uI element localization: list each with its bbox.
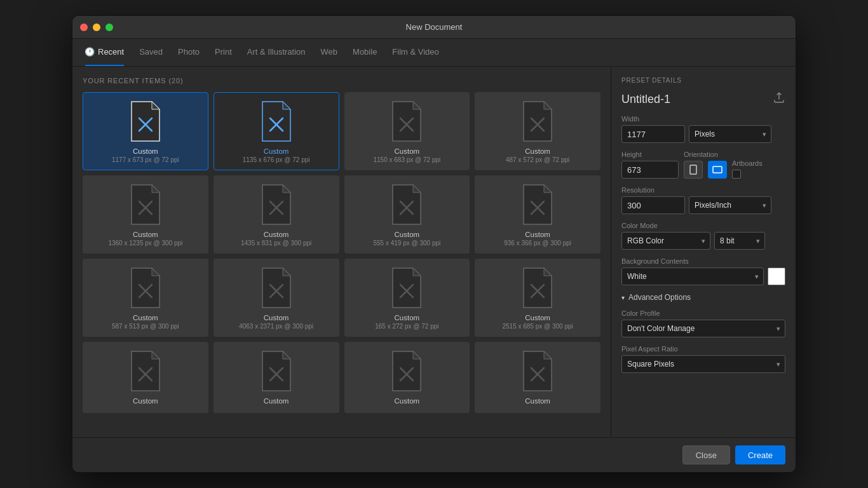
item-card[interactable]: Custom bbox=[83, 342, 208, 413]
file-icon bbox=[259, 267, 294, 309]
preset-label: PRESET DETAILS bbox=[621, 77, 785, 84]
tab-film[interactable]: Film & Video bbox=[392, 39, 438, 66]
item-dims: 1435 x 831 px @ 300 ppi bbox=[241, 240, 311, 247]
file-icon bbox=[259, 184, 294, 226]
file-icon bbox=[520, 184, 555, 226]
bottom-buttons: Close Create bbox=[72, 437, 796, 472]
preset-name: Untitled-1 bbox=[621, 93, 670, 106]
item-card[interactable]: Custom4063 x 2371 px @ 300 ppi bbox=[214, 259, 339, 337]
right-panel: PRESET DETAILS Untitled-1 Width Pixels bbox=[611, 67, 796, 437]
item-card[interactable]: Custom555 x 419 px @ 300 ppi bbox=[344, 175, 470, 254]
color-mode-field: Color Mode RGB Color CMYK Color Grayscal… bbox=[621, 222, 785, 250]
height-field: Height bbox=[621, 151, 679, 179]
artboards-field: Artboards bbox=[732, 159, 763, 179]
svg-rect-33 bbox=[713, 166, 722, 173]
color-profile-select[interactable]: Don't Color Manage sRGB IEC61966-2.1 Ado… bbox=[621, 320, 785, 337]
file-icon bbox=[520, 350, 555, 392]
artboards-label: Artboards bbox=[732, 159, 763, 167]
item-card[interactable]: Custom bbox=[475, 342, 600, 413]
item-card[interactable]: Custom165 x 272 px @ 72 ppi bbox=[344, 259, 470, 337]
item-card[interactable]: Custom bbox=[344, 342, 470, 413]
item-card[interactable]: Custom1435 x 831 px @ 300 ppi bbox=[214, 175, 339, 254]
item-name: Custom bbox=[133, 231, 158, 238]
bg-contents-select[interactable]: White Black Background Color Transparent… bbox=[621, 268, 764, 285]
tab-recent[interactable]: 🕐 Recent bbox=[85, 39, 124, 66]
landscape-button[interactable] bbox=[708, 161, 727, 179]
tab-mobile[interactable]: Mobile bbox=[353, 39, 377, 66]
item-dims: 2515 x 685 px @ 300 ppi bbox=[502, 323, 573, 330]
file-icon bbox=[520, 100, 555, 142]
file-icon bbox=[128, 100, 163, 142]
bg-color-swatch[interactable] bbox=[768, 268, 785, 285]
item-card[interactable]: Custom1135 x 676 px @ 72 ppi bbox=[214, 92, 339, 170]
create-button[interactable]: Create bbox=[735, 445, 785, 464]
item-dims: 587 x 513 px @ 300 ppi bbox=[112, 323, 179, 330]
width-unit-select[interactable]: Pixels Inches Centimeters Millimeters bbox=[689, 125, 771, 143]
file-icon bbox=[520, 267, 555, 309]
file-icon bbox=[128, 350, 163, 392]
file-icon bbox=[389, 184, 424, 226]
resolution-unit-select[interactable]: Pixels/Inch Pixels/Centimeter bbox=[689, 196, 771, 214]
tab-saved[interactable]: Saved bbox=[139, 39, 163, 66]
item-name: Custom bbox=[525, 147, 550, 155]
color-mode-select[interactable]: RGB Color CMYK Color Grayscale Lab Color bbox=[621, 232, 710, 250]
file-icon bbox=[128, 267, 163, 309]
width-unit-wrapper: Pixels Inches Centimeters Millimeters bbox=[689, 125, 771, 143]
tab-web[interactable]: Web bbox=[321, 39, 338, 66]
traffic-lights bbox=[80, 24, 113, 31]
item-card[interactable]: Custom1177 x 673 px @ 72 ppi bbox=[83, 92, 208, 170]
item-name: Custom bbox=[264, 231, 289, 238]
pixel-aspect-select[interactable]: Square Pixels D1/DV NTSC (0.91) D1/DV PA… bbox=[621, 355, 785, 373]
file-icon bbox=[259, 100, 294, 142]
resolution-input[interactable] bbox=[621, 196, 685, 214]
tab-photo[interactable]: Photo bbox=[178, 39, 200, 66]
width-input-row: Pixels Inches Centimeters Millimeters bbox=[621, 125, 785, 143]
section-title: YOUR RECENT ITEMS (20) bbox=[83, 77, 600, 85]
width-field: Width Pixels Inches Centimeters Millimet… bbox=[621, 115, 785, 143]
artboards-checkbox[interactable] bbox=[732, 170, 741, 179]
item-name: Custom bbox=[395, 314, 420, 322]
resolution-input-row: Pixels/Inch Pixels/Centimeter bbox=[621, 196, 785, 214]
item-card[interactable]: Custom587 x 513 px @ 300 ppi bbox=[83, 259, 208, 337]
bit-depth-select[interactable]: 8 bit 16 bit 32 bit bbox=[714, 232, 765, 250]
width-input[interactable] bbox=[621, 125, 685, 143]
bg-contents-field: Background Contents White Black Backgrou… bbox=[621, 257, 785, 285]
minimize-traffic-light[interactable] bbox=[93, 24, 100, 31]
item-card[interactable]: Custom bbox=[214, 342, 339, 413]
item-card[interactable]: Custom2515 x 685 px @ 300 ppi bbox=[475, 259, 600, 337]
advanced-chevron-icon: ▾ bbox=[621, 294, 625, 301]
item-card[interactable]: Custom1360 x 1235 px @ 300 ppi bbox=[83, 175, 208, 254]
height-input[interactable] bbox=[621, 161, 679, 179]
item-name: Custom bbox=[395, 147, 420, 155]
resolution-unit-wrapper: Pixels/Inch Pixels/Centimeter bbox=[689, 196, 771, 214]
item-dims: 1150 x 683 px @ 72 ppi bbox=[373, 156, 440, 163]
item-name: Custom bbox=[133, 397, 158, 405]
item-dims: 1135 x 676 px @ 72 ppi bbox=[243, 156, 310, 163]
preset-header: Untitled-1 bbox=[621, 92, 785, 107]
maximize-traffic-light[interactable] bbox=[105, 24, 113, 31]
item-card[interactable]: Custom936 x 366 px @ 300 ppi bbox=[475, 175, 600, 254]
orientation-field: Orientation bbox=[684, 151, 727, 179]
item-card[interactable]: Custom1150 x 683 px @ 72 ppi bbox=[344, 92, 470, 170]
item-name: Custom bbox=[133, 314, 158, 322]
tab-art[interactable]: Art & Illustration bbox=[247, 39, 306, 66]
item-name: Custom bbox=[525, 231, 550, 238]
item-dims: 1177 x 673 px @ 72 ppi bbox=[112, 156, 179, 163]
portrait-button[interactable] bbox=[684, 161, 703, 179]
item-dims: 4063 x 2371 px @ 300 ppi bbox=[239, 323, 313, 330]
width-label: Width bbox=[621, 115, 785, 123]
close-button[interactable]: Close bbox=[682, 445, 730, 464]
bg-contents-label: Background Contents bbox=[621, 257, 785, 265]
tab-print[interactable]: Print bbox=[215, 39, 232, 66]
close-traffic-light[interactable] bbox=[80, 24, 88, 31]
item-dims: 936 x 366 px @ 300 ppi bbox=[504, 240, 571, 247]
advanced-options-toggle[interactable]: ▾ Advanced Options bbox=[621, 293, 785, 302]
orientation-buttons bbox=[684, 161, 727, 179]
item-card[interactable]: Custom487 x 572 px @ 72 ppi bbox=[475, 92, 600, 170]
tab-bar: 🕐 Recent Saved Photo Print Art & Illustr… bbox=[72, 39, 796, 67]
height-label: Height bbox=[621, 151, 679, 158]
artboards-checkbox-row bbox=[732, 170, 763, 179]
main-content: YOUR RECENT ITEMS (20) Custom1177 x 673 … bbox=[72, 67, 796, 437]
item-name: Custom bbox=[525, 397, 550, 405]
save-preset-icon[interactable] bbox=[773, 92, 785, 107]
